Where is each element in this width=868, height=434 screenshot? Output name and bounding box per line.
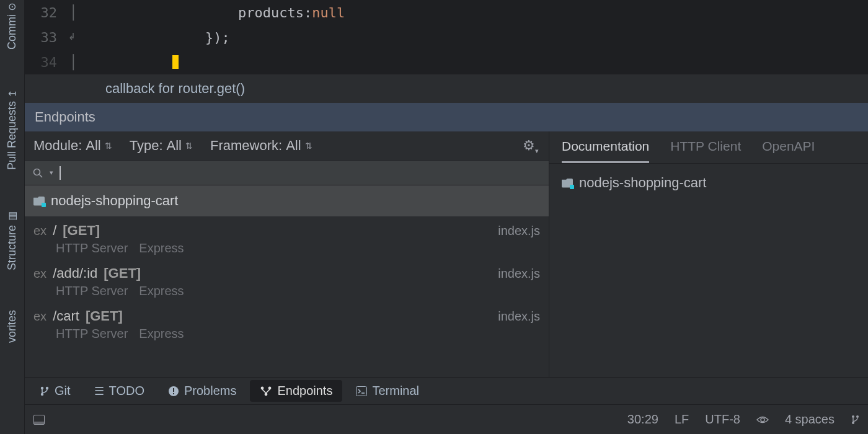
svg-point-16 <box>852 415 854 418</box>
sidebar-item-favorites[interactable]: vorites <box>6 308 19 345</box>
gear-icon: ⚙ <box>523 138 535 154</box>
sidebar-item-label: Commi <box>6 14 19 50</box>
endpoint-framework: Express <box>139 241 184 255</box>
status-line-separator[interactable]: LF <box>675 412 689 427</box>
documentation-panel: Documentation HTTP Client OpenAPI nodejs… <box>549 131 868 377</box>
folder-icon <box>562 179 573 188</box>
filter-module[interactable]: Module: All ⇅ <box>33 138 112 154</box>
svg-point-4 <box>41 392 43 395</box>
endpoint-file: index.js <box>498 267 540 281</box>
svg-rect-14 <box>34 422 45 425</box>
toolwindow-title[interactable]: Endpoints <box>25 103 868 131</box>
fold-indicator-icon[interactable]: │ <box>62 5 84 20</box>
sidebar-item-label: vorites <box>6 310 19 343</box>
endpoint-framework: Express <box>139 284 184 298</box>
structure-icon: ▥ <box>6 210 18 221</box>
code-token: products: <box>238 5 312 20</box>
chevron-updown-icon: ⇅ <box>305 141 312 151</box>
endpoint-project-header[interactable]: nodejs-shopping-cart <box>25 185 549 216</box>
endpoint-item[interactable]: ex /cart [GET] index.js HTTP Server Expr… <box>25 302 549 345</box>
endpoint-prefix: ex <box>33 267 46 281</box>
project-name: nodejs-shopping-cart <box>51 193 178 209</box>
svg-point-9 <box>268 386 272 389</box>
endpoints-panel: Module: All ⇅ Type: All ⇅ Framework: All… <box>25 131 549 377</box>
fold-end-icon[interactable] <box>62 33 84 42</box>
toolwindow-endpoints[interactable]: Endpoints <box>250 380 342 402</box>
toolwindow-terminal[interactable]: Terminal <box>346 380 429 402</box>
filter-type[interactable]: Type: All ⇅ <box>130 138 193 154</box>
svg-line-1 <box>40 174 43 177</box>
sidebar-item-structure[interactable]: Structure ▥ <box>6 207 19 273</box>
line-number: 34 <box>25 55 62 70</box>
status-git-branch[interactable] <box>851 414 859 425</box>
chevron-down-icon[interactable]: ▾ <box>50 169 53 177</box>
endpoint-path: / <box>53 223 56 239</box>
endpoint-path: /cart <box>53 308 79 324</box>
sidebar-item-label: Structure <box>6 225 19 270</box>
status-indent[interactable]: 4 spaces <box>785 412 835 427</box>
endpoint-method: [GET] <box>104 265 141 281</box>
endpoint-method: [GET] <box>63 223 100 239</box>
endpoint-item[interactable]: ex /add/:id [GET] index.js HTTP Server E… <box>25 259 549 302</box>
toolwindow-git[interactable]: Git <box>30 380 81 402</box>
search-bar: ▾ <box>25 161 549 185</box>
endpoint-file: index.js <box>498 309 540 324</box>
filter-bar: Module: All ⇅ Type: All ⇅ Framework: All… <box>25 131 549 161</box>
toolwindows-toggle[interactable] <box>33 415 45 425</box>
chevron-down-icon: ▾ <box>535 147 539 155</box>
chevron-updown-icon: ⇅ <box>105 141 112 151</box>
svg-point-0 <box>34 169 40 175</box>
tab-openapi[interactable]: OpenAPI <box>762 139 815 163</box>
terminal-icon <box>356 386 367 396</box>
doc-tabs: Documentation HTTP Client OpenAPI <box>549 131 868 164</box>
code-keyword: null <box>312 5 345 20</box>
svg-rect-7 <box>173 393 174 394</box>
line-number: 32 <box>25 5 62 20</box>
search-icon <box>32 167 43 179</box>
code-editor[interactable]: 32 │ products: null 33 }); 34 <box>25 0 868 74</box>
sidebar-item-commit[interactable]: Commi ⊙ <box>6 0 19 52</box>
code-token: }); <box>205 30 230 45</box>
svg-point-2 <box>41 386 43 389</box>
toolwindow-todo[interactable]: ☰ TODO <box>84 380 154 402</box>
svg-rect-11 <box>356 386 367 396</box>
status-encoding[interactable]: UTF-8 <box>705 412 740 427</box>
svg-point-17 <box>856 415 859 418</box>
left-sidebar: Commi ⊙ Pull Requests ↤ Structure ▥ vori… <box>0 0 25 434</box>
svg-point-18 <box>852 422 854 424</box>
endpoint-framework: Express <box>139 327 184 341</box>
svg-rect-6 <box>173 388 174 392</box>
line-number: 33 <box>25 30 62 45</box>
tab-documentation[interactable]: Documentation <box>562 139 649 163</box>
endpoint-method: [GET] <box>86 308 123 324</box>
chevron-updown-icon: ⇅ <box>185 141 193 151</box>
status-bar: 30:29 LF UTF-8 4 spaces <box>25 404 868 434</box>
toolwindow-problems[interactable]: Problems <box>158 380 246 402</box>
warning-icon <box>168 386 179 397</box>
endpoint-server: HTTP Server <box>56 284 128 298</box>
tab-http-client[interactable]: HTTP Client <box>670 139 741 163</box>
branch-icon <box>40 386 50 397</box>
breadcrumb[interactable]: callback for router.get() <box>25 74 868 103</box>
folder-icon <box>33 197 45 206</box>
endpoint-path: /add/:id <box>53 265 97 281</box>
branch-icon <box>851 414 859 425</box>
filter-framework[interactable]: Framework: All ⇅ <box>210 138 312 154</box>
svg-point-15 <box>761 418 764 422</box>
status-caret-position[interactable]: 30:29 <box>627 412 658 427</box>
endpoint-prefix: ex <box>33 309 46 324</box>
endpoint-file: index.js <box>498 224 540 238</box>
endpoint-search-input[interactable] <box>67 166 542 180</box>
list-icon: ☰ <box>94 384 104 398</box>
settings-button[interactable]: ⚙▾ <box>523 138 540 154</box>
endpoints-icon <box>260 386 272 397</box>
editor-caret <box>172 55 179 69</box>
status-file-watcher[interactable] <box>756 415 769 424</box>
toolwindows-bar: Git ☰ TODO Problems Endpoints <box>25 377 868 404</box>
layout-icon <box>33 415 45 425</box>
endpoint-item[interactable]: ex / [GET] index.js HTTP Server Express <box>25 216 549 259</box>
doc-project-name: nodejs-shopping-cart <box>579 175 706 191</box>
eye-icon <box>756 415 769 424</box>
text-caret <box>60 166 61 180</box>
sidebar-item-pull-requests[interactable]: Pull Requests ↤ <box>6 87 19 172</box>
